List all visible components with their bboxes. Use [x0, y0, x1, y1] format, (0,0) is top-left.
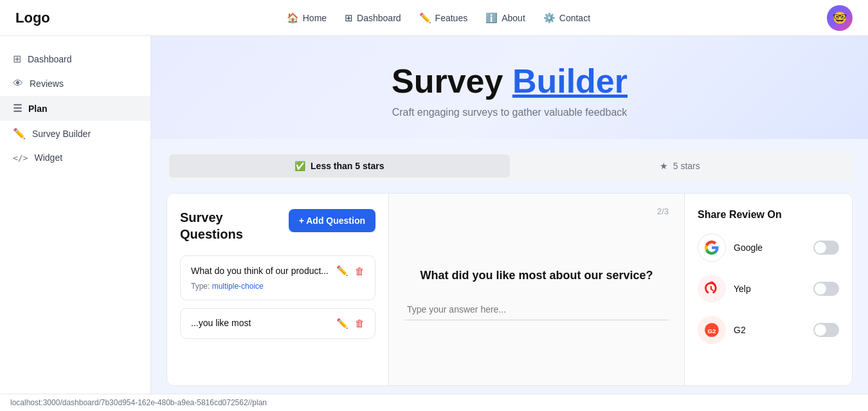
hero-title-blue: Builder — [512, 62, 628, 100]
type-value: multiple-choice — [212, 282, 264, 291]
share-panel: Share Review On Google — [685, 194, 852, 385]
nav-links: 🏠 Home ⊞ Dashboard ✏️ Featues ℹ️ About ⚙… — [287, 12, 590, 24]
questions-panel: SurveyQuestions + Add Question What do y… — [167, 194, 389, 385]
nav-features[interactable]: ✏️ Featues — [419, 12, 468, 24]
features-icon: ✏️ — [419, 12, 431, 24]
question-1-actions: ✏️ 🗑 — [336, 265, 365, 277]
nav-dashboard-label: Dashboard — [357, 13, 401, 23]
tab-less-than-5-stars[interactable]: ✅ Less than 5 stars — [169, 154, 510, 178]
reviews-sidebar-icon: 👁 — [13, 78, 23, 89]
widget-sidebar-icon: </> — [13, 153, 28, 163]
dashboard-icon: ⊞ — [345, 12, 353, 24]
survey-builder-sidebar-icon: ✏️ — [13, 127, 26, 140]
sidebar-item-dashboard[interactable]: ⊞ Dashboard — [0, 46, 150, 71]
share-item-google: Google — [698, 233, 839, 262]
nav-home-label: Home — [303, 13, 327, 23]
status-url: localhost:3000/dashboard/7b30d954-162e-4… — [10, 398, 267, 407]
status-bar: localhost:3000/dashboard/7b30d954-162e-4… — [0, 394, 868, 411]
preview-counter: 2/3 — [404, 206, 669, 216]
yelp-toggle[interactable] — [813, 282, 839, 296]
google-label: Google — [734, 242, 806, 253]
home-icon: 🏠 — [287, 12, 299, 24]
content-area: ✅ Less than 5 stars ★ 5 stars SurveyQues… — [151, 139, 868, 399]
sidebar-item-survey-builder[interactable]: ✏️ Survey Builder — [0, 121, 150, 146]
edit-icon-1[interactable]: ✏️ — [336, 265, 348, 277]
yelp-icon — [703, 280, 720, 297]
google-logo — [698, 233, 726, 262]
sidebar-item-dashboard-label: Dashboard — [28, 54, 72, 64]
nav-about-label: About — [502, 13, 525, 23]
nav-about[interactable]: ℹ️ About — [485, 12, 525, 24]
svg-text:G2: G2 — [707, 327, 716, 334]
builder-grid: SurveyQuestions + Add Question What do y… — [167, 193, 853, 386]
questions-header: SurveyQuestions + Add Question — [180, 209, 375, 242]
sidebar-item-widget-label: Widget — [34, 152, 62, 163]
hero-section: Survey Builder Craft engaging surveys to… — [151, 36, 868, 139]
tab-switcher: ✅ Less than 5 stars ★ 5 stars — [167, 152, 853, 180]
nav-dashboard[interactable]: ⊞ Dashboard — [345, 12, 401, 24]
sidebar-item-survey-builder-label: Survey Builder — [32, 129, 91, 139]
nav-contact[interactable]: ⚙️ Contact — [543, 12, 590, 24]
nav-features-label: Featues — [435, 13, 468, 23]
question-1-type: Type: multiple-choice — [191, 282, 330, 291]
logo: Logo — [15, 10, 50, 26]
g2-label: G2 — [734, 325, 806, 335]
about-icon: ℹ️ — [485, 12, 498, 24]
g2-logo: G2 — [698, 316, 726, 344]
dashboard-sidebar-icon: ⊞ — [13, 53, 21, 65]
share-item-yelp: Yelp — [698, 275, 839, 303]
edit-icon-2[interactable]: ✏️ — [336, 318, 348, 329]
check-icon: ✅ — [294, 161, 305, 171]
share-item-g2: G2 G2 — [698, 316, 839, 344]
preview-answer-input[interactable] — [404, 299, 669, 320]
nav-home[interactable]: 🏠 Home — [287, 12, 327, 24]
question-card-1-content: What do you think of our product... Type… — [191, 265, 330, 291]
preview-panel: 2/3 What did you like most about our ser… — [389, 194, 685, 385]
sidebar-item-reviews[interactable]: 👁 Reviews — [0, 71, 150, 96]
yelp-logo — [698, 275, 726, 303]
tab-5-stars[interactable]: ★ 5 stars — [510, 154, 851, 178]
g2-toggle[interactable] — [813, 323, 839, 337]
sidebar-item-widget[interactable]: </> Widget — [0, 146, 150, 169]
question-2-actions: ✏️ 🗑 — [336, 318, 365, 329]
sidebar-item-plan[interactable]: ☰ Plan — [0, 96, 150, 121]
hero-title: Survey Builder — [164, 62, 855, 100]
question-2-text: ...you like most — [191, 318, 251, 328]
contact-icon: ⚙️ — [543, 12, 556, 24]
sidebar: ⊞ Dashboard 👁 Reviews ☰ Plan ✏️ Survey B… — [0, 36, 151, 411]
tab-5-stars-label: 5 stars — [673, 161, 700, 171]
yelp-label: Yelp — [734, 284, 806, 294]
question-card-2: ...you like most ✏️ 🗑 — [180, 308, 375, 339]
plan-sidebar-icon: ☰ — [13, 102, 22, 114]
google-icon — [704, 240, 719, 255]
star-icon: ★ — [660, 161, 668, 171]
g2-icon: G2 — [703, 322, 720, 338]
questions-title: SurveyQuestions — [180, 209, 243, 242]
question-card-1: What do you think of our product... Type… — [180, 255, 375, 300]
avatar[interactable]: 🤓 — [827, 5, 853, 31]
hero-subtitle: Craft engaging surveys to gather valuabl… — [164, 107, 855, 118]
google-toggle[interactable] — [813, 241, 839, 255]
delete-icon-1[interactable]: 🗑 — [355, 266, 365, 277]
question-1-text: What do you think of our product... — [191, 265, 330, 278]
tab-less-than-5-label: Less than 5 stars — [311, 161, 384, 171]
preview-question: What did you like most about our service… — [404, 268, 669, 284]
sidebar-item-reviews-label: Reviews — [30, 78, 64, 89]
add-question-button[interactable]: + Add Question — [289, 209, 375, 232]
share-title: Share Review On — [698, 209, 839, 221]
nav-contact-label: Contact — [559, 13, 590, 23]
main-content: Survey Builder Craft engaging surveys to… — [151, 36, 868, 411]
type-label: Type: — [191, 282, 210, 291]
sidebar-item-plan-label: Plan — [28, 104, 48, 114]
delete-icon-2[interactable]: 🗑 — [355, 318, 365, 329]
hero-title-plain: Survey — [392, 62, 503, 100]
